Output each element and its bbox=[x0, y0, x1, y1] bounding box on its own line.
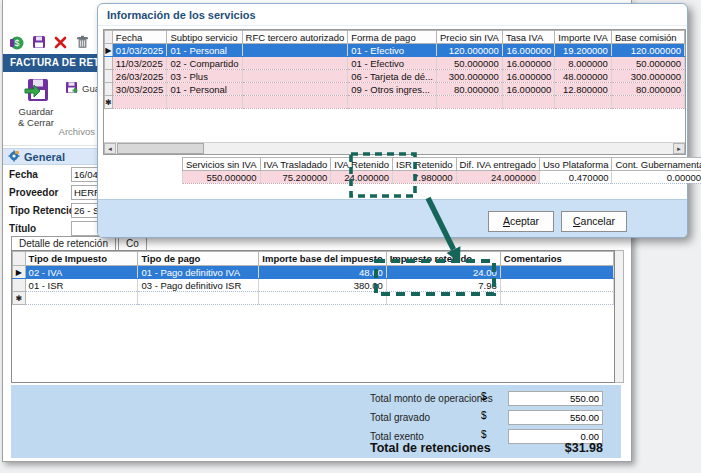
cell[interactable]: 300.000000 bbox=[436, 70, 502, 83]
cell[interactable]: 120.000000 bbox=[611, 44, 684, 57]
cell[interactable] bbox=[502, 96, 554, 109]
table-row[interactable]: ▶01/03/202501 - Personal01 - Efectivo120… bbox=[105, 44, 685, 57]
table-row[interactable]: ✱ bbox=[13, 292, 614, 305]
cell[interactable]: 06 - Tarjeta de dé... bbox=[348, 70, 437, 83]
cell[interactable]: 02 - Compartido bbox=[167, 57, 242, 70]
cell[interactable] bbox=[500, 292, 613, 305]
tab-detalle-de-retencion[interactable]: Detalle de retención bbox=[11, 236, 116, 251]
cell[interactable] bbox=[242, 70, 348, 83]
row-selector[interactable] bbox=[105, 70, 113, 83]
cell[interactable]: 02 - IVA bbox=[25, 266, 138, 279]
cell[interactable]: 16.000000 bbox=[502, 44, 554, 57]
cell[interactable]: 11/03/2025 bbox=[112, 57, 167, 70]
cell[interactable] bbox=[386, 292, 500, 305]
new-row-marker-icon[interactable]: ✱ bbox=[105, 96, 113, 109]
cell[interactable] bbox=[555, 96, 612, 109]
cell[interactable]: 01 - Pago definitivo IVA bbox=[138, 266, 259, 279]
current-row-marker-icon[interactable]: ▶ bbox=[13, 266, 26, 279]
cell[interactable]: 7.98 bbox=[386, 279, 500, 292]
row-selector-header[interactable] bbox=[13, 252, 26, 266]
cell[interactable]: 03 - Pago definitivo ISR bbox=[138, 279, 259, 292]
cell[interactable] bbox=[500, 266, 613, 279]
row-selector[interactable] bbox=[105, 57, 113, 70]
table-row[interactable]: 30/03/202501 - Personal09 - Otros ingres… bbox=[105, 83, 685, 96]
scroll-right-icon[interactable]: ► bbox=[673, 143, 685, 154]
cell[interactable]: 8.000000 bbox=[555, 57, 612, 70]
save-icon[interactable] bbox=[31, 35, 46, 50]
cell[interactable] bbox=[242, 83, 348, 96]
cell[interactable]: 48.00 bbox=[259, 266, 386, 279]
table-row[interactable]: 26/03/202503 - Plus06 - Tarjeta de dé...… bbox=[105, 70, 685, 83]
cell[interactable]: 19.200000 bbox=[555, 44, 612, 57]
row-selector-header[interactable] bbox=[105, 31, 113, 44]
column-header[interactable]: Comentarios bbox=[500, 252, 613, 266]
cell[interactable] bbox=[611, 96, 684, 109]
cell[interactable]: 80.000000 bbox=[436, 83, 502, 96]
cell[interactable]: 01 - ISR bbox=[25, 279, 138, 292]
cell[interactable]: 300.000000 bbox=[611, 70, 684, 83]
cell[interactable]: 03 - Plus bbox=[167, 70, 242, 83]
cell[interactable]: 16.000000 bbox=[502, 70, 554, 83]
detail-grid-scroll-strip[interactable] bbox=[615, 250, 624, 383]
delete-icon[interactable] bbox=[53, 35, 68, 50]
cell[interactable] bbox=[500, 279, 613, 292]
tab-comentarios[interactable]: Co bbox=[118, 236, 147, 251]
row-selector[interactable] bbox=[13, 279, 26, 292]
column-header[interactable]: Fecha bbox=[112, 31, 167, 44]
cell[interactable] bbox=[25, 292, 138, 305]
scrollbar-thumb[interactable] bbox=[117, 143, 204, 154]
column-header[interactable]: Subtipo servicio bbox=[167, 31, 242, 44]
cell[interactable]: 24.00 bbox=[386, 266, 500, 279]
cell[interactable] bbox=[242, 96, 348, 109]
horizontal-scrollbar[interactable]: ◄ ► bbox=[104, 142, 685, 154]
current-row-marker-icon[interactable]: ▶ bbox=[105, 44, 113, 57]
new-row-marker-icon[interactable]: ✱ bbox=[13, 292, 26, 305]
cell[interactable]: 01 - Efectivo bbox=[348, 57, 437, 70]
column-header[interactable]: Importe base del impuesto bbox=[259, 252, 386, 266]
trash-icon[interactable] bbox=[75, 35, 90, 50]
cell[interactable]: 01 - Personal bbox=[167, 83, 242, 96]
cell[interactable] bbox=[259, 292, 386, 305]
cell[interactable]: 80.000000 bbox=[611, 83, 684, 96]
cell[interactable]: 120.000000 bbox=[436, 44, 502, 57]
table-row[interactable]: 01 - ISR03 - Pago definitivo ISR380.007.… bbox=[13, 279, 614, 292]
cell[interactable] bbox=[348, 96, 437, 109]
column-header[interactable]: RFC tercero autorizado bbox=[242, 31, 348, 44]
cell[interactable] bbox=[242, 44, 348, 57]
app-icon[interactable]: $ bbox=[9, 35, 24, 50]
column-header[interactable]: Precio sin IVA bbox=[436, 31, 502, 44]
total-gravado-field[interactable] bbox=[508, 410, 603, 425]
column-header[interactable]: Tipo de Impuesto bbox=[25, 252, 138, 266]
scroll-left-icon[interactable]: ◄ bbox=[104, 143, 116, 154]
cell[interactable] bbox=[436, 96, 502, 109]
cell[interactable]: 01/03/2025 bbox=[112, 44, 167, 57]
cell[interactable]: 50.000000 bbox=[611, 57, 684, 70]
column-header[interactable]: Tipo de pago bbox=[138, 252, 259, 266]
column-header[interactable]: Impuesto retenido bbox=[386, 252, 500, 266]
cell[interactable] bbox=[242, 57, 348, 70]
table-row[interactable]: 11/03/202502 - Compartido01 - Efectivo50… bbox=[105, 57, 685, 70]
cell[interactable]: 16.000000 bbox=[502, 57, 554, 70]
cell[interactable]: 16.000000 bbox=[502, 83, 554, 96]
column-header[interactable]: Base comisión bbox=[611, 31, 684, 44]
cell[interactable]: 01 - Efectivo bbox=[348, 44, 437, 57]
row-selector[interactable] bbox=[105, 83, 113, 96]
table-row[interactable]: ▶02 - IVA01 - Pago definitivo IVA48.0024… bbox=[13, 266, 614, 279]
cell[interactable]: 26/03/2025 bbox=[112, 70, 167, 83]
cell[interactable]: 50.000000 bbox=[436, 57, 502, 70]
table-row[interactable]: ✱ bbox=[105, 96, 685, 109]
cell[interactable]: 30/03/2025 bbox=[112, 83, 167, 96]
column-header[interactable]: Tasa IVA bbox=[502, 31, 554, 44]
cell[interactable]: 380.00 bbox=[259, 279, 386, 292]
total-monto-field[interactable] bbox=[508, 391, 603, 406]
cell[interactable]: 48.000000 bbox=[555, 70, 612, 83]
column-header[interactable]: Importe IVA bbox=[555, 31, 612, 44]
cell[interactable] bbox=[138, 292, 259, 305]
cell[interactable] bbox=[167, 96, 242, 109]
column-header[interactable]: Forma de pago bbox=[348, 31, 437, 44]
cell[interactable]: 01 - Personal bbox=[167, 44, 242, 57]
cell[interactable]: 12.800000 bbox=[555, 83, 612, 96]
cell[interactable]: 09 - Otros ingres... bbox=[348, 83, 437, 96]
cell[interactable] bbox=[112, 96, 167, 109]
cancelar-button[interactable]: Cancelar bbox=[561, 211, 627, 232]
